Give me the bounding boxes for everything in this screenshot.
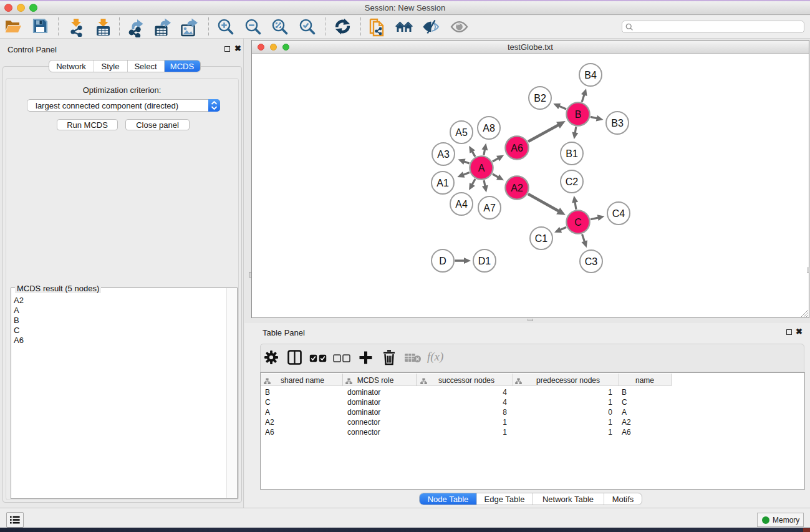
svg-text:C: C bbox=[574, 217, 582, 228]
svg-text:A2: A2 bbox=[511, 183, 523, 193]
svg-text:C4: C4 bbox=[612, 208, 625, 219]
svg-text:A1: A1 bbox=[436, 178, 449, 188]
svg-text:A8: A8 bbox=[483, 123, 495, 133]
svg-text:C1: C1 bbox=[535, 233, 548, 244]
svg-text:A: A bbox=[478, 163, 485, 173]
svg-text:C3: C3 bbox=[585, 256, 598, 267]
svg-text:B3: B3 bbox=[611, 118, 624, 128]
svg-text:B1: B1 bbox=[566, 148, 578, 159]
svg-text:A7: A7 bbox=[483, 203, 496, 213]
svg-text:C2: C2 bbox=[566, 177, 579, 187]
svg-text:A6: A6 bbox=[511, 143, 523, 153]
svg-text:A3: A3 bbox=[437, 149, 450, 160]
svg-text:A5: A5 bbox=[455, 127, 468, 138]
svg-text:B4: B4 bbox=[584, 70, 597, 80]
svg-text:B: B bbox=[575, 109, 582, 120]
svg-text:A4: A4 bbox=[455, 199, 468, 210]
svg-text:B2: B2 bbox=[534, 93, 546, 104]
svg-text:D1: D1 bbox=[478, 256, 491, 266]
svg-text:D: D bbox=[439, 256, 446, 266]
